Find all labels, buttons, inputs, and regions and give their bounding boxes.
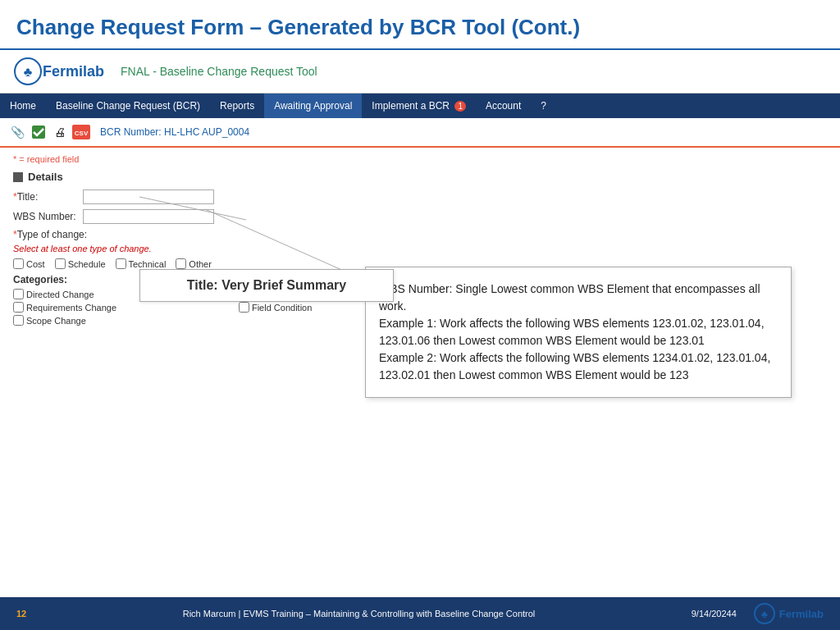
wbs-row: WBS Number: [13,209,827,224]
footer-fermilab-logo: ♣ Fermilab [753,602,824,625]
other-checkbox[interactable] [176,258,186,269]
cat-requirements-change: Requirements Change [13,302,232,313]
nav-account[interactable]: Account [476,94,531,118]
cost-checkbox-item: Cost [13,258,45,269]
cost-checkbox[interactable] [13,258,24,269]
technical-checkbox[interactable] [116,258,126,269]
title-label: *Title: [13,191,83,203]
nav-bcr[interactable]: Baseline Change Request (BCR) [46,94,210,118]
details-section-header: Details [13,171,827,183]
nav-help[interactable]: ? [531,94,556,118]
schedule-checkbox[interactable] [55,258,66,269]
app-title-text: FNAL - Baseline Change Request Tool [121,65,317,78]
field-condition-checkbox[interactable] [239,302,249,313]
footer-page-number: 12 [16,609,26,619]
form-area: * = required field Details *Title: WBS N… [0,148,840,332]
svg-text:♣: ♣ [24,65,33,79]
nav-awaiting-approval[interactable]: Awaiting Approval [264,94,362,118]
nav-implement-bcr[interactable]: Implement a BCR 1 [362,94,476,118]
footer-date: 9/14/20244 [692,609,737,619]
technical-checkbox-item: Technical [116,258,167,269]
nav-home[interactable]: Home [0,94,46,118]
other-checkbox-item: Other [176,258,212,269]
section-icon [13,172,23,182]
fermilab-logo-icon: ♣ [13,57,43,86]
toolbar: 📎 🖨 CSV BCR Number: HL-LHC AUP_0004 [0,118,840,148]
requirements-change-checkbox[interactable] [13,302,24,313]
title-row: *Title: [13,189,827,204]
footer-fermilab-text: Fermilab [779,608,824,620]
app-header: ♣ Fermilab FNAL - Baseline Change Reques… [0,50,840,94]
title-callout: Title: Very Brief Summary [139,269,394,302]
fermilab-logo: ♣ Fermilab [13,57,104,86]
nav-badge: 1 [454,101,466,112]
csv-icon[interactable]: CSV [72,123,90,141]
svg-text:CSV: CSV [75,130,89,137]
page-title: Change Request Form – Generated by BCR T… [0,0,840,50]
directed-change-checkbox[interactable] [13,289,24,299]
footer-description: Rich Marcum | EVMS Training – Maintainin… [43,609,675,619]
attachment-icon[interactable]: 📎 [8,123,26,141]
svg-text:♣: ♣ [761,609,768,620]
scope-change-checkbox[interactable] [13,315,24,326]
wbs-label: WBS Number: [13,211,83,222]
wbs-tooltip: WBS Number: Single Lowest common WBS Ele… [365,267,792,398]
type-note: Select at least one type of change. [13,244,827,253]
wbs-input[interactable] [83,209,214,224]
check-icon[interactable] [30,123,48,141]
cat-scope-change: Scope Change [13,315,232,326]
nav-reports[interactable]: Reports [210,94,264,118]
schedule-checkbox-item: Schedule [55,258,106,269]
print-icon[interactable]: 🖨 [51,123,69,141]
title-input[interactable] [83,189,214,204]
nav-bar: Home Baseline Change Request (BCR) Repor… [0,94,840,118]
fermilab-logo-text: Fermilab [43,63,104,80]
footer: 12 Rich Marcum | EVMS Training – Maintai… [0,597,840,630]
required-note: * = required field [13,154,827,164]
footer-fermilab-icon: ♣ [753,602,776,625]
bcr-number: BCR Number: HL-LHC AUP_0004 [100,126,249,138]
type-of-change-label: *Type of change: [13,229,827,240]
wbs-tooltip-text: WBS Number: Single Lowest common WBS Ele… [379,281,778,384]
